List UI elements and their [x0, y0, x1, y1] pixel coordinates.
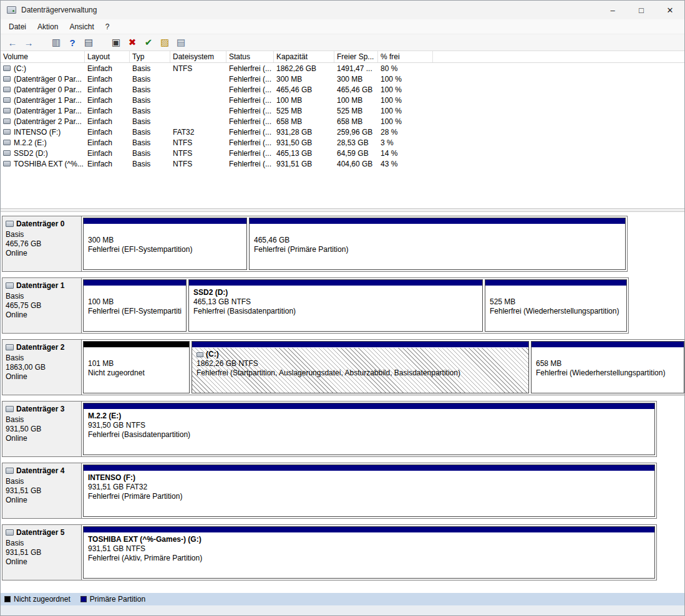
forward-icon[interactable]: →	[22, 36, 36, 49]
partition-body: 100 MBFehlerfrei (EFI-Systempartitio	[84, 286, 186, 331]
column-header-0[interactable]: Volume	[1, 51, 85, 62]
volume-row[interactable]: (Datenträger 0 Par...EinfachBasisFehlerf…	[1, 84, 684, 95]
volume-cell: 465,46 GB	[274, 85, 334, 94]
legend-bar: Nicht zugeordnetPrimäre Partition	[1, 593, 684, 605]
volume-cell: Fehlerfrei (...	[226, 128, 274, 137]
partition-header	[189, 280, 482, 286]
disk-info-box[interactable]: Datenträger 2Basis1863,00 GBOnline	[2, 340, 82, 395]
legend-label: Primäre Partition	[90, 595, 145, 604]
volume-row[interactable]: (Datenträger 2 Par...EinfachBasisFehlerf…	[1, 116, 684, 127]
volume-row[interactable]: M.2.2 (E:)EinfachBasisNTFSFehlerfrei (..…	[1, 137, 684, 148]
disk-info-box[interactable]: Datenträger 0Basis465,76 GBOnline	[2, 216, 82, 271]
partition[interactable]: 101 MBNicht zugeordnet	[83, 341, 190, 393]
volume-row[interactable]: TOSHIBA EXT (^%...EinfachBasisNTFSFehler…	[1, 158, 684, 169]
volume-cell: Einfach	[85, 117, 130, 126]
cell-text: NTFS	[173, 64, 192, 73]
volume-cell: Fehlerfrei (...	[226, 149, 274, 158]
partition-title: (C:)	[197, 350, 524, 359]
cell-text: Fehlerfrei (...	[229, 85, 271, 94]
partition[interactable]: (C:)1862,26 GB NTFSFehlerfrei (Startpart…	[192, 341, 529, 393]
menu-item-hilfe[interactable]: ?	[100, 21, 115, 32]
close-button[interactable]: ✕	[656, 1, 684, 19]
volume-cell: 100 MB	[334, 96, 378, 105]
partition-title	[88, 350, 185, 359]
menu-item-datei[interactable]: Datei	[3, 21, 32, 32]
disk-info-box[interactable]: Datenträger 5Basis931,51 GBOnline	[2, 525, 82, 580]
volume-icon	[3, 108, 11, 113]
partition[interactable]: M.2.2 (E:)931,50 GB NTFSFehlerfrei (Basi…	[83, 403, 655, 455]
volume-cell: Fehlerfrei (...	[226, 64, 274, 73]
volume-row[interactable]: SSD2 (D:)EinfachBasisNTFSFehlerfrei (...…	[1, 148, 684, 158]
cell-text: Einfach	[87, 75, 112, 84]
disk-icon	[6, 344, 14, 350]
volume-cell: NTFS	[170, 138, 226, 147]
cell-text: 100 MB	[337, 96, 362, 105]
partition-strip: 300 MBFehlerfrei (EFI-Systempartition)46…	[82, 216, 627, 271]
cell-text: 404,60 GB	[337, 160, 372, 168]
column-header-6[interactable]: Freier Sp...	[334, 51, 378, 62]
check-document-icon[interactable]: ✔	[142, 36, 155, 49]
console-tree-icon[interactable]: ▥	[49, 36, 63, 49]
export-list-icon[interactable]: ▤	[82, 36, 95, 49]
partition-strip: TOSHIBA EXT (^%-Games-) (G:)931,51 GB NT…	[82, 525, 656, 580]
back-icon[interactable]: ←	[6, 36, 19, 49]
cell-text: 100 MB	[276, 96, 302, 105]
cell-text: 525 MB	[276, 107, 302, 115]
partition-header	[84, 280, 186, 286]
volume-row[interactable]: (C:)EinfachBasisNTFSFehlerfrei (...1862,…	[1, 63, 684, 74]
column-header-3[interactable]: Dateisystem	[170, 51, 226, 62]
volume-cell: 1491,47 ...	[334, 64, 378, 73]
volume-row[interactable]: (Datenträger 0 Par...EinfachBasisFehlerf…	[1, 74, 684, 84]
cell-text: 1491,47 ...	[337, 64, 372, 73]
column-header-2[interactable]: Typ	[130, 51, 170, 62]
cell-text: 100 %	[381, 117, 402, 126]
disk-info-box[interactable]: Datenträger 4Basis931,51 GBOnline	[2, 463, 82, 518]
partition-title	[490, 288, 622, 297]
cell-text: Fehlerfrei (...	[229, 64, 271, 73]
partition[interactable]: 300 MBFehlerfrei (EFI-Systempartition)	[83, 218, 247, 270]
disk-row: Datenträger 1Basis465,75 GBOnline100 MBF…	[2, 277, 629, 334]
volume-row[interactable]: (Datenträger 1 Par...EinfachBasisFehlerf…	[1, 105, 684, 116]
volume-cell: 100 %	[378, 96, 433, 105]
partition[interactable]: 658 MBFehlerfrei (Wiederherstellungspart…	[531, 341, 684, 393]
volume-row[interactable]: INTENSO (F:)EinfachBasisFAT32Fehlerfrei …	[1, 127, 684, 137]
partition[interactable]: 100 MBFehlerfrei (EFI-Systempartitio	[83, 279, 187, 332]
minimize-button[interactable]: –	[598, 1, 627, 19]
partition[interactable]: 525 MBFehlerfrei (Wiederherstellungspart…	[485, 279, 627, 332]
disk-info-box[interactable]: Datenträger 3Basis931,50 GBOnline	[2, 402, 82, 456]
popup-window-icon[interactable]: ▣	[109, 36, 123, 49]
column-header-5[interactable]: Kapazität	[274, 51, 334, 62]
partition-strip: M.2.2 (E:)931,50 GB NTFSFehlerfrei (Basi…	[82, 402, 656, 456]
explore-folder-icon[interactable]: ▨	[158, 36, 172, 49]
volume-cell: NTFS	[170, 149, 226, 158]
properties-icon[interactable]: ▤	[174, 36, 188, 49]
disk-size: 931,51 GB	[6, 548, 78, 557]
volume-cell: 404,60 GB	[334, 160, 378, 168]
cell-text: Fehlerfrei (...	[229, 107, 271, 115]
menu-item-aktion[interactable]: Aktion	[32, 21, 64, 32]
volume-cell: Basis	[130, 128, 170, 137]
disk-type: Basis	[6, 230, 78, 239]
disk-row: Datenträger 5Basis931,51 GBOnlineTOSHIBA…	[2, 524, 657, 580]
menu-item-ansicht[interactable]: Ansicht	[64, 21, 99, 32]
disk-info-box[interactable]: Datenträger 1Basis465,75 GBOnline	[2, 278, 82, 333]
volume-cell: Fehlerfrei (...	[226, 107, 274, 115]
delete-volume-icon[interactable]: ✖	[125, 36, 139, 49]
help-icon[interactable]: ?	[66, 36, 79, 49]
partition[interactable]: SSD2 (D:)465,13 GB NTFSFehlerfrei (Basis…	[188, 279, 483, 332]
column-header-4[interactable]: Status	[226, 51, 274, 62]
disk-icon	[6, 529, 14, 536]
partition[interactable]: 465,46 GBFehlerfrei (Primäre Partition)	[249, 218, 626, 270]
partition[interactable]: INTENSO (F:)931,51 GB FAT32Fehlerfrei (P…	[83, 464, 655, 517]
maximize-button[interactable]: □	[627, 1, 656, 19]
disk-status: Online	[6, 496, 78, 505]
volume-cell: M.2.2 (E:)	[1, 138, 85, 147]
cell-text: 80 %	[381, 64, 397, 73]
partition[interactable]: TOSHIBA EXT (^%-Games-) (G:)931,51 GB NT…	[83, 526, 655, 579]
column-header-7[interactable]: % frei	[378, 51, 433, 62]
partition-status: Fehlerfrei (Basisdatenpartition)	[88, 430, 650, 440]
partition-size: 300 MB	[88, 236, 242, 245]
column-header-1[interactable]: Layout	[85, 51, 130, 62]
volume-cell: 931,51 GB	[274, 160, 334, 168]
volume-row[interactable]: (Datenträger 1 Par...EinfachBasisFehlerf…	[1, 95, 684, 105]
